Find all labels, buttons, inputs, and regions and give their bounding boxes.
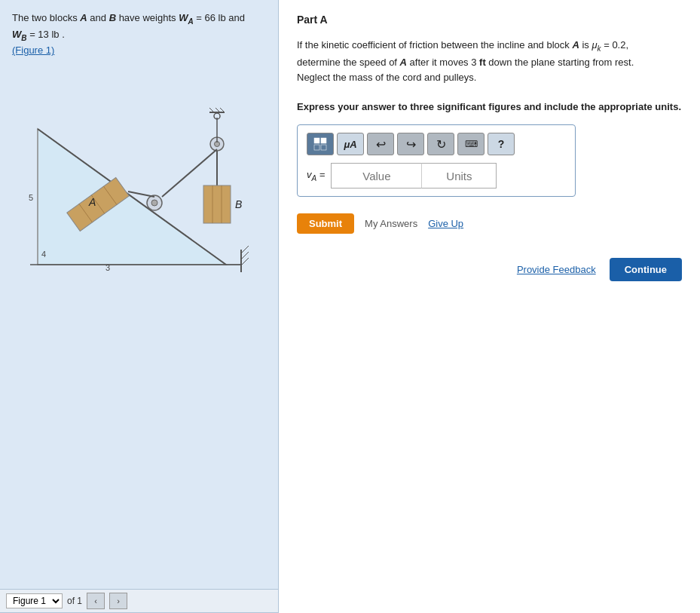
wa-label: W <box>179 12 188 23</box>
actions-row: Submit My Answers Give Up <box>297 213 682 234</box>
provide-feedback-link[interactable]: Provide Feedback <box>517 264 596 275</box>
and-text: and <box>87 12 109 23</box>
dim-4-label: 4 <box>41 250 46 259</box>
prev-figure-button[interactable]: ‹ <box>87 593 105 609</box>
problem-text-box: The two blocks A and B have weights WA =… <box>0 0 278 69</box>
figure-link[interactable]: (Figure 1) <box>12 44 54 56</box>
answer-container: μA ↩ ↪ ↻ ⌨ ? vA = <box>297 124 576 197</box>
svg-rect-19 <box>203 185 231 223</box>
grid-icon <box>313 137 327 151</box>
answer-label: vA = <box>307 169 325 182</box>
refresh-toolbar-button[interactable]: ↻ <box>427 133 454 155</box>
dim-5-label: 5 <box>29 193 33 202</box>
right-panel: Part A If the kinetic coefficient of fri… <box>279 0 700 613</box>
value-input[interactable] <box>331 163 421 188</box>
svg-line-6 <box>241 258 249 265</box>
figure-selector-bar: Figure 1 of 1 ‹ › <box>0 589 278 613</box>
block-b-figure-label: B <box>235 198 242 210</box>
have-weights-text: have weights <box>116 12 179 23</box>
answer-toolbar: μA ↩ ↪ ↻ ⌨ ? <box>307 133 566 155</box>
express-answer-text: Express your answer to three significant… <box>297 101 682 112</box>
units-input[interactable] <box>421 163 497 188</box>
svg-rect-30 <box>314 145 319 150</box>
bottom-row: Provide Feedback Continue <box>297 258 682 281</box>
figure-diagram: A B <box>23 76 256 287</box>
submit-button[interactable]: Submit <box>297 213 354 234</box>
svg-line-5 <box>241 252 249 259</box>
part-label: Part A <box>297 14 682 26</box>
express-label-text: Express your answer to three significant… <box>297 101 681 112</box>
svg-rect-29 <box>321 138 326 143</box>
continue-button[interactable]: Continue <box>610 258 682 281</box>
grid-toolbar-button[interactable] <box>307 133 334 155</box>
wb-sub: B <box>21 33 26 41</box>
left-panel: The two blocks A and B have weights WA =… <box>0 0 279 613</box>
period-text: . <box>60 29 65 40</box>
block-b-label: B <box>109 12 116 23</box>
equals-66-text: = 66 lb <box>194 12 226 23</box>
help-toolbar-button[interactable]: ? <box>488 133 515 155</box>
svg-rect-31 <box>321 145 326 150</box>
wa-sub: A <box>188 17 193 26</box>
wb-label: W <box>12 29 21 40</box>
undo-toolbar-button[interactable]: ↩ <box>367 133 394 155</box>
block-a-label: A <box>80 12 87 23</box>
block-a-figure-label: A <box>88 196 96 208</box>
my-answers-link[interactable]: My Answers <box>365 218 417 229</box>
figure-selector-dropdown[interactable]: Figure 1 <box>6 593 63 608</box>
and2-text: and <box>228 12 245 23</box>
keyboard-toolbar-button[interactable]: ⌨ <box>457 133 484 155</box>
of-label: of 1 <box>67 596 82 606</box>
next-figure-button[interactable]: › <box>109 593 127 609</box>
mu-toolbar-button[interactable]: μA <box>337 133 364 155</box>
svg-line-4 <box>241 246 249 253</box>
svg-rect-28 <box>314 138 319 143</box>
svg-point-13 <box>151 200 157 206</box>
question-if-text: If the kinetic coefficient of friction b… <box>297 39 634 83</box>
equals-13-text: = 13 lb <box>27 29 60 40</box>
figure-image-area: A B <box>0 69 278 589</box>
dim-3-label: 3 <box>105 263 110 272</box>
redo-toolbar-button[interactable]: ↪ <box>397 133 424 155</box>
problem-intro-text: The two blocks <box>12 12 80 23</box>
question-text: If the kinetic coefficient of friction b… <box>297 38 659 86</box>
give-up-link[interactable]: Give Up <box>428 218 463 229</box>
answer-row: vA = <box>307 163 566 188</box>
